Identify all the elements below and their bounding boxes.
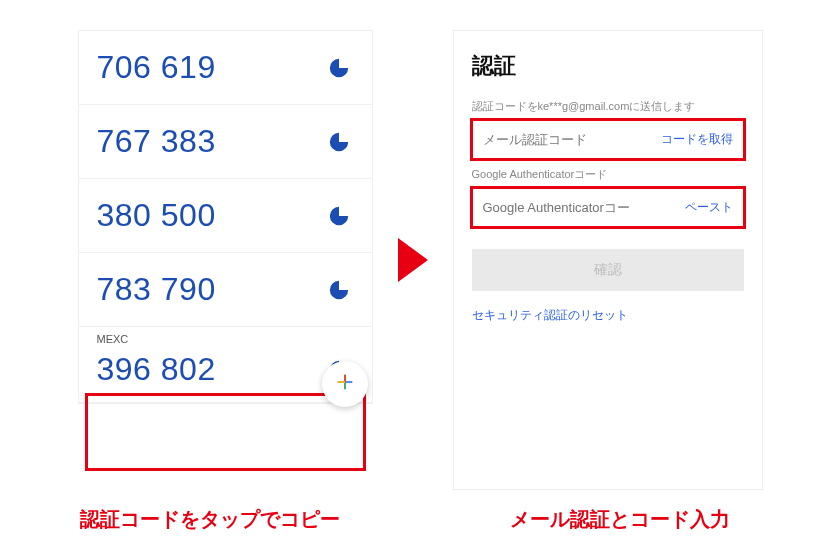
security-reset-link[interactable]: セキュリティ認証のリセット <box>472 307 628 324</box>
countdown-pie-icon <box>328 279 350 301</box>
arrow-right <box>383 30 443 490</box>
paste-button[interactable]: ペースト <box>685 199 733 216</box>
countdown-pie-icon <box>328 131 350 153</box>
verification-form: 認証 認証コードをke***g@gmail.comに送信します コードを取得 G… <box>453 30 763 490</box>
caption-right: メール認証とコード入力 <box>510 506 730 533</box>
verify-title: 認証 <box>472 51 744 81</box>
ga-code-field[interactable]: ペースト <box>472 188 744 227</box>
authenticator-list: 706 619 767 383 380 500 783 790 MEXC 396… <box>78 30 373 404</box>
countdown-pie-icon <box>328 57 350 79</box>
caption-left: 認証コードをタップでコピー <box>80 506 340 533</box>
highlight-box <box>85 393 366 471</box>
add-account-button[interactable] <box>322 361 368 407</box>
account-label: MEXC <box>97 333 129 345</box>
auth-code: 706 619 <box>97 49 216 86</box>
auth-code: 783 790 <box>97 271 216 308</box>
get-code-button[interactable]: コードを取得 <box>661 131 733 148</box>
auth-code-row[interactable]: 706 619 <box>79 31 372 105</box>
arrow-right-icon <box>398 238 428 282</box>
email-code-input[interactable] <box>483 132 633 147</box>
countdown-pie-icon <box>328 205 350 227</box>
email-code-field[interactable]: コードを取得 <box>472 120 744 159</box>
confirm-button[interactable]: 確認 <box>472 249 744 291</box>
ga-section-label: Google Authenticatorコード <box>472 167 744 182</box>
auth-code-row[interactable]: 380 500 <box>79 179 372 253</box>
auth-code: 396 802 <box>97 351 216 388</box>
auth-code-row[interactable]: 783 790 <box>79 253 372 327</box>
auth-code-row[interactable]: 767 383 <box>79 105 372 179</box>
plus-icon <box>334 371 356 397</box>
verify-email-notice: 認証コードをke***g@gmail.comに送信します <box>472 99 744 114</box>
auth-code: 767 383 <box>97 123 216 160</box>
auth-code: 380 500 <box>97 197 216 234</box>
ga-code-input[interactable] <box>483 200 633 215</box>
